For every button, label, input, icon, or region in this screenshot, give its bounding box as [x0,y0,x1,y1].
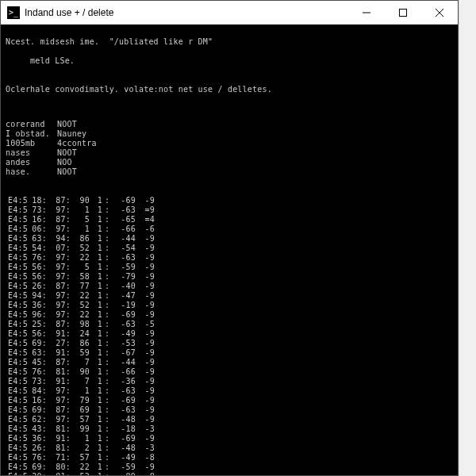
data-cell: 22 [71,253,90,263]
data-cell: 81: [47,424,71,434]
data-row: E4:584:97:11:-63-9 [6,386,453,396]
data-cell: 56: [28,272,47,282]
data-cell: 69 [71,405,90,415]
header-row: 1005mb4ccontra [6,139,453,148]
data-row: E4:594:97:221:-47-9 [6,291,453,301]
data-cell: 69: [28,339,47,348]
data-cell: 7 [71,358,90,367]
data-row: E4:530:81:521:-89-8 [6,472,453,475]
data-cell: 76: [28,453,47,463]
data-cell: 59 [71,348,90,358]
data-cell: E4:5 [6,453,28,463]
close-button[interactable] [421,1,458,24]
data-cell: 1 [90,225,102,234]
data-cell: 91: [47,434,71,443]
data-cell: =4 [136,215,155,225]
row-separator: : [102,291,112,301]
data-cell: 1 [90,263,102,272]
data-cell: E4:5 [6,377,28,386]
data-cell: 94: [28,291,47,301]
titlebar[interactable]: >_ Indand use + / delete [1,1,458,25]
data-cell: 63: [28,348,47,358]
data-cell: E4:5 [6,225,28,234]
data-cell: -69 [112,310,136,320]
row-separator: : [102,348,112,358]
data-cell: 73: [28,377,47,386]
app-icon: >_ [7,6,20,19]
data-cell: -9 [136,329,155,339]
data-cell: -69 [112,434,136,443]
console-output[interactable]: Ncest. midsesh ime. "/ubliated like r DM… [1,25,458,475]
row-separator: : [102,472,112,475]
data-cell: E4:5 [6,463,28,472]
data-cell: -9 [136,234,155,244]
data-cell: 57 [71,453,90,463]
data-row: E4:569:80:221:-59-9 [6,463,453,472]
data-cell: 79 [71,396,90,405]
data-row: E4:596:97:221:-69-9 [6,310,453,320]
data-cell: -9 [136,463,155,472]
data-cell: =9 [136,205,155,215]
header-val: 4ccontra [57,139,97,148]
data-cell: 96: [28,310,47,320]
data-cell: E4:5 [6,234,28,244]
row-separator: : [102,196,112,205]
data-cell: -8 [136,472,155,475]
header-key: I obstad. [6,129,57,139]
row-separator: : [102,405,112,415]
data-row: E4:518:87:901:-69-9 [6,196,453,205]
data-cell: 45: [28,358,47,367]
scroll-gutter [459,0,476,476]
data-cell: 1 [90,405,102,415]
data-cell: 98 [71,320,90,329]
data-cell: 87: [47,320,71,329]
data-cell: -9 [136,434,155,443]
data-cell: 87: [47,196,71,205]
data-cell: 97: [47,301,71,310]
data-cell: -40 [112,282,136,291]
data-cell: 77 [71,282,90,291]
data-cell: -53 [112,339,136,348]
header-val: NOOT [57,148,77,158]
data-cell: E4:5 [6,472,28,475]
data-row: E4:573:97:11:-63=9 [6,205,453,215]
data-cell: 22 [71,463,90,472]
data-cell: 1 [71,434,90,443]
data-cell: -9 [136,396,155,405]
data-cell: 1 [90,424,102,434]
data-cell: 87: [47,405,71,415]
row-separator: : [102,205,112,215]
minimize-button[interactable] [348,1,385,24]
console-window: >_ Indand use + / delete Ncest. midsesh … [0,0,459,476]
data-cell: 25: [28,320,47,329]
data-cell: 1 [71,225,90,234]
data-cell: 26: [28,443,47,453]
data-row: E4:576:81:901:-66-9 [6,367,453,377]
data-cell: 84: [28,386,47,396]
data-cell: E4:5 [6,358,28,367]
row-separator: : [102,282,112,291]
data-cell: 71: [47,453,71,463]
app-icon-glyph: >_ [9,9,18,17]
data-cell: -63 [112,386,136,396]
data-cell: 1 [90,443,102,453]
data-cell: 18: [28,196,47,205]
maximize-button[interactable] [385,1,421,24]
data-cell: 1 [90,205,102,215]
data-row: E4:525:87:981:-63-5 [6,320,453,329]
row-separator: : [102,244,112,253]
data-cell: 69: [28,463,47,472]
data-cell: 97: [47,386,71,396]
data-cell: 97: [47,263,71,272]
row-separator: : [102,272,112,282]
data-cell: -9 [136,196,155,205]
data-cell: E4:5 [6,301,28,310]
data-cell: 06: [28,225,47,234]
data-cell: 91: [47,348,71,358]
data-row: E4:545:87:71:-44-9 [6,358,453,367]
data-cell: 1 [90,244,102,253]
data-cell: -65 [112,215,136,225]
data-cell: -9 [136,253,155,263]
data-cell: 52 [71,472,90,475]
data-cell: 1 [90,272,102,282]
